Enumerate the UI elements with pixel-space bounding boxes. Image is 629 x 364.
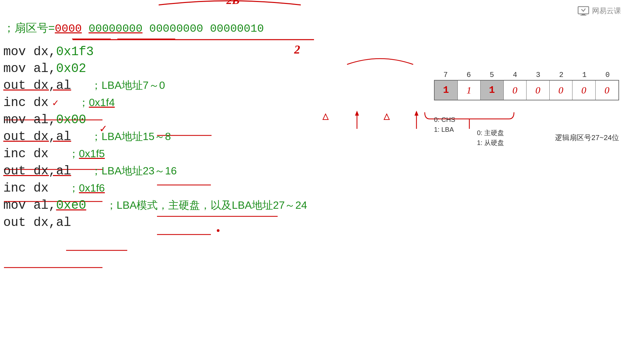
code-line-9: inc dx ；0x1f6 — [3, 181, 307, 196]
svg-text:2B: 2B — [226, 0, 240, 6]
code-value-5: 0x00 — [56, 113, 86, 127]
bit-pos-4: 4 — [503, 71, 527, 79]
svg-rect-2 — [580, 15, 586, 16]
code-line-1: mov dx,0x1f3 — [3, 45, 307, 59]
brand-name: 网易云课 — [592, 6, 621, 16]
code-text-1: mov dx, — [3, 45, 56, 59]
register-diagram: 7 6 5 4 3 2 1 0 1 1 1 0 0 0 0 0 0: CHS1:… — [421, 71, 619, 163]
sector-bits-group0: 0000 — [55, 22, 82, 35]
register-cells: 1 1 1 0 0 0 0 0 — [434, 80, 619, 100]
code-value-2: 0x02 — [56, 61, 86, 76]
bit-pos-2: 2 — [550, 71, 573, 79]
sector-number-line: ；扇区号=0000 00000000 00000000 00000010 — [3, 20, 264, 36]
sector-bits-spacer3 — [203, 22, 210, 35]
code-value-10: 0xe0 — [56, 198, 86, 212]
code-value-1: 0x1f3 — [56, 45, 94, 59]
code-text-6: out dx,al — [3, 129, 71, 144]
svg-rect-1 — [582, 14, 585, 15]
code-line-8: out dx,al ；LBA地址23～16 — [3, 164, 307, 178]
sector-bits-group3: 00000010 — [210, 22, 264, 35]
code-text-8: out dx,al — [3, 164, 71, 178]
master-slave-label: 0: 主硬盘1: 从硬盘 — [477, 128, 504, 148]
sector-bits-group2: 00000000 — [149, 22, 203, 35]
code-text-2: mov al, — [3, 61, 56, 76]
svg-marker-25 — [323, 114, 328, 120]
comment-8: ；LBA地址23～16 — [91, 164, 177, 178]
svg-marker-24 — [414, 111, 418, 116]
bit-pos-3: 3 — [527, 71, 550, 79]
code-text-4: inc dx — [3, 95, 49, 110]
svg-rect-0 — [578, 7, 589, 14]
code-line-4: inc dx ✓ ；0x1f4 — [3, 95, 307, 110]
code-text-9: inc dx — [3, 181, 49, 195]
comment-7: ；0x1f5 — [68, 147, 105, 161]
chs-lba-label: 0: CHS1: LBA — [434, 115, 455, 134]
sector-bits-spacer1 — [82, 22, 88, 35]
diagram-labels: 0: CHS1: LBA 0: 主硬盘1: 从硬盘 逻辑扇区号27~24位 — [434, 103, 619, 163]
comment-10: ；LBA模式，主硬盘，以及LBA地址27～24 — [106, 198, 307, 213]
comment-3: ；LBA地址7～0 — [91, 78, 165, 93]
code-text-10: mov al, — [3, 198, 56, 212]
bit-pos-1: 1 — [573, 71, 596, 79]
svg-marker-21 — [355, 111, 359, 116]
comment-4: ；0x1f4 — [78, 95, 115, 110]
bit-cell-2: 0 — [550, 81, 573, 100]
svg-marker-22 — [384, 114, 389, 120]
code-text-3: out dx,al — [3, 78, 71, 92]
bit-cell-4: 0 — [504, 81, 527, 100]
logo: 网易云课 — [577, 6, 621, 16]
bit-pos-6: 6 — [457, 71, 480, 79]
bit-cell-1: 0 — [572, 81, 596, 100]
code-text-11: out dx,al — [3, 215, 71, 230]
code-line-5: mov al,0x00 — [3, 113, 307, 127]
bit-cell-7: 1 — [435, 81, 458, 100]
code-line-11: out dx,al — [3, 215, 307, 230]
code-line-10: mov al,0xe0 ；LBA模式，主硬盘，以及LBA地址27～24 — [3, 198, 307, 213]
bit-cell-6: 1 — [458, 81, 481, 100]
check-annotation: ✓ — [53, 97, 59, 109]
code-line-6: out dx,al ；LBA地址15～8 — [3, 129, 307, 144]
bit-cell-5: 1 — [481, 81, 504, 100]
lba-bits-label: 逻辑扇区号27~24位 — [555, 133, 619, 143]
comment-9: ；0x1f6 — [68, 181, 105, 196]
code-block: mov dx,0x1f3 mov al,0x02 out dx,al ；LBA地… — [3, 45, 307, 232]
code-line-3: out dx,al ；LBA地址7～0 — [3, 78, 307, 93]
sector-bits-spacer2 — [142, 22, 149, 35]
bit-cell-0: 0 — [596, 81, 619, 100]
sector-label: ；扇区号= — [3, 21, 55, 34]
code-line-2: mov al,0x02 — [3, 61, 307, 76]
code-text-5: mov al, — [3, 113, 56, 127]
bit-pos-5: 5 — [480, 71, 503, 79]
bit-cell-3: 0 — [527, 81, 550, 100]
bit-pos-7: 7 — [434, 71, 457, 79]
code-line-7: inc dx ；0x1f5 — [3, 147, 307, 161]
comment-6: ；LBA地址15～8 — [91, 129, 171, 144]
code-text-7: inc dx — [3, 147, 49, 161]
monitor-icon — [577, 6, 589, 16]
sector-bits-group1: 00000000 — [89, 22, 142, 35]
bit-pos-0: 0 — [596, 71, 619, 79]
bit-position-labels: 7 6 5 4 3 2 1 0 — [434, 71, 619, 79]
